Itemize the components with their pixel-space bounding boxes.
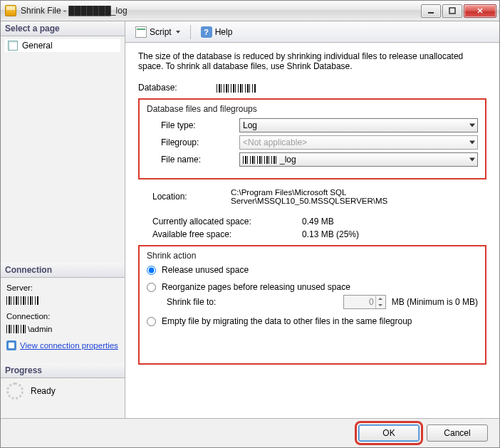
help-label: Help xyxy=(215,27,233,37)
shrink-to-label: Shrink file to: xyxy=(167,297,274,307)
shrink-action-title: Shrink action xyxy=(147,251,478,261)
shrink-action-group: Shrink action Release unused space Reorg… xyxy=(138,245,486,365)
filegroup-label: Filegroup: xyxy=(161,137,239,147)
chevron-down-icon xyxy=(176,31,180,33)
allocated-value: 0.49 MB xyxy=(302,217,486,226)
sidebar-item-general[interactable]: General xyxy=(5,39,120,52)
free-value: 0.13 MB (25%) xyxy=(302,229,486,239)
ok-button[interactable]: OK xyxy=(358,424,420,442)
progress-status: Ready xyxy=(31,386,56,396)
file-type-label: File type: xyxy=(161,120,239,130)
connection-properties-icon xyxy=(6,340,16,350)
view-connection-properties-link[interactable]: View connection properties xyxy=(20,340,118,352)
toolbar-separator xyxy=(190,25,191,39)
empty-file-label: Empty file by migrating the data to othe… xyxy=(162,316,412,326)
description-text: The size of the database is reduced by s… xyxy=(138,51,486,71)
location-value: C:\Program Files\Microsoft SQL Server\MS… xyxy=(231,188,486,205)
connection-value: \admin xyxy=(6,323,119,335)
script-label: Script xyxy=(150,27,172,37)
free-label: Available free space: xyxy=(138,229,302,239)
progress-header: Progress xyxy=(1,363,125,378)
allocated-label: Currently allocated space: xyxy=(138,217,302,226)
files-filegroups-group: Database files and filegroups File type:… xyxy=(138,98,486,179)
page-icon xyxy=(8,41,18,51)
file-name-label: File name: xyxy=(161,155,239,165)
reorganize-radio[interactable] xyxy=(147,283,156,292)
toolbar: Script ? Help xyxy=(125,21,499,43)
svg-rect-0 xyxy=(428,12,434,14)
reorganize-label: Reorganize pages before releasing unused… xyxy=(162,282,350,292)
server-value xyxy=(6,294,119,306)
database-value xyxy=(217,83,486,93)
connection-label: Connection: xyxy=(6,311,119,323)
sidebar: Select a page General Connection Server:… xyxy=(1,21,125,418)
file-name-select[interactable]: _log xyxy=(239,152,478,167)
help-icon: ? xyxy=(201,26,212,38)
main-panel: Script ? Help The size of the database i… xyxy=(125,21,499,418)
database-label: Database: xyxy=(138,83,217,93)
select-page-header: Select a page xyxy=(1,21,125,36)
script-icon xyxy=(135,26,147,38)
cancel-button[interactable]: Cancel xyxy=(427,424,488,442)
empty-file-radio[interactable] xyxy=(147,317,156,326)
window-title: Shrink File - ███████_log xyxy=(21,6,127,16)
title-bar: Shrink File - ███████_log xyxy=(1,1,499,21)
shrink-to-input: 0 xyxy=(343,295,386,309)
release-unused-radio[interactable] xyxy=(147,266,156,275)
connection-header: Connection xyxy=(1,263,125,278)
location-label: Location: xyxy=(152,192,231,202)
svg-rect-1 xyxy=(449,8,455,14)
app-icon xyxy=(5,5,16,16)
server-label: Server: xyxy=(6,282,119,294)
maximize-button[interactable] xyxy=(442,4,462,18)
shrink-to-suffix: MB (Minimum is 0 MB) xyxy=(392,297,478,307)
close-button[interactable] xyxy=(464,4,496,18)
dialog-footer: OK Cancel xyxy=(1,418,499,447)
minimize-button[interactable] xyxy=(421,4,441,18)
help-button[interactable]: ? Help xyxy=(197,25,237,39)
script-button[interactable]: Script xyxy=(131,25,184,39)
filegroup-select: <Not applicable> xyxy=(239,135,478,150)
files-filegroups-title: Database files and filegroups xyxy=(147,104,478,114)
release-unused-label: Release unused space xyxy=(162,265,249,275)
sidebar-item-label: General xyxy=(22,41,53,51)
progress-spinner-icon xyxy=(6,382,24,400)
file-type-select[interactable]: Log xyxy=(239,118,478,132)
